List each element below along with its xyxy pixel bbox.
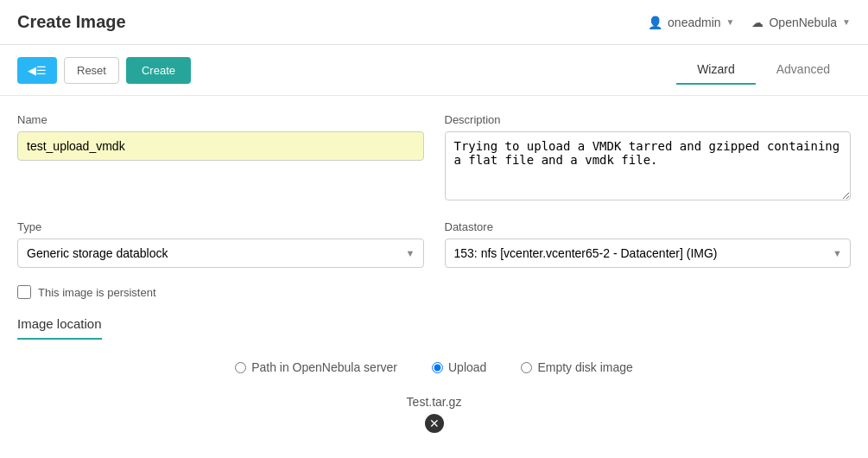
- type-label: Type: [17, 220, 424, 233]
- page-title: Create Image: [17, 12, 126, 32]
- datastore-group: Datastore 153: nfs [vcenter.vcenter65-2 …: [445, 220, 852, 268]
- radio-empty-label: Empty disk image: [537, 360, 632, 374]
- description-textarea[interactable]: Trying to upload a VMDK tarred and gzipp…: [445, 131, 852, 200]
- radio-upload-option[interactable]: Upload: [432, 360, 486, 374]
- radio-path-input[interactable]: [235, 362, 246, 373]
- radio-path-label: Path in OpenNebula server: [251, 360, 397, 374]
- radio-upload-label: Upload: [448, 360, 486, 374]
- type-select[interactable]: Generic storage datablock OS CDROM Swap …: [17, 239, 424, 268]
- datastore-select[interactable]: 153: nfs [vcenter.vcenter65-2 - Datacent…: [445, 239, 852, 268]
- create-button[interactable]: Create: [126, 57, 191, 84]
- datastore-select-wrapper: 153: nfs [vcenter.vcenter65-2 - Datacent…: [445, 239, 852, 268]
- username: oneadmin: [668, 16, 721, 29]
- radio-empty-option[interactable]: Empty disk image: [521, 360, 632, 374]
- type-datastore-row: Type Generic storage datablock OS CDROM …: [17, 220, 851, 268]
- back-list-icon: ◀☰: [28, 64, 47, 77]
- type-select-wrapper: Generic storage datablock OS CDROM Swap …: [17, 239, 424, 268]
- image-location-title: Image location: [17, 316, 102, 340]
- name-group: Name: [17, 113, 424, 203]
- name-input[interactable]: [17, 131, 424, 161]
- image-location-radio-group: Path in OpenNebula server Upload Empty d…: [17, 360, 851, 374]
- datastore-label: Datastore: [445, 220, 852, 233]
- remove-icon: ✕: [429, 417, 440, 430]
- upload-area: Test.tar.gz ✕: [17, 395, 851, 433]
- tab-advanced[interactable]: Advanced: [756, 55, 851, 85]
- upload-remove-button[interactable]: ✕: [425, 414, 444, 433]
- back-list-button[interactable]: ◀☰: [17, 57, 57, 84]
- persistent-label[interactable]: This image is persistent: [38, 286, 156, 299]
- name-label: Name: [17, 113, 424, 126]
- header: Create Image 👤 oneadmin ▼ ☁ OpenNebula ▼: [0, 0, 868, 45]
- user-chevron-icon: ▼: [726, 17, 735, 27]
- reset-button[interactable]: Reset: [64, 57, 119, 84]
- toolbar: ◀☰ Reset Create Wizard Advanced: [0, 45, 868, 96]
- cloud-chevron-icon: ▼: [842, 17, 851, 27]
- radio-path-option[interactable]: Path in OpenNebula server: [235, 360, 397, 374]
- description-label: Description: [445, 113, 852, 126]
- user-menu[interactable]: 👤 oneadmin ▼: [648, 16, 734, 29]
- cloud-icon: ☁: [751, 16, 763, 29]
- radio-empty-input[interactable]: [521, 362, 532, 373]
- name-description-row: Name Description Trying to upload a VMDK…: [17, 113, 851, 203]
- image-location-section: Image location Path in OpenNebula server…: [17, 316, 851, 433]
- user-icon: 👤: [648, 16, 662, 29]
- tab-group: Wizard Advanced: [676, 55, 851, 85]
- cloud-name: OpenNebula: [769, 16, 837, 29]
- tab-wizard[interactable]: Wizard: [676, 55, 756, 85]
- radio-upload-input[interactable]: [432, 362, 443, 373]
- header-right: 👤 oneadmin ▼ ☁ OpenNebula ▼: [648, 16, 851, 29]
- cloud-menu[interactable]: ☁ OpenNebula ▼: [751, 16, 851, 29]
- toolbar-left: ◀☰ Reset Create: [17, 57, 191, 84]
- upload-filename: Test.tar.gz: [407, 395, 462, 409]
- description-group: Description Trying to upload a VMDK tarr…: [445, 113, 852, 203]
- persistent-row: This image is persistent: [17, 285, 851, 299]
- main-content: Name Description Trying to upload a VMDK…: [0, 96, 868, 450]
- persistent-checkbox[interactable]: [17, 285, 31, 299]
- type-group: Type Generic storage datablock OS CDROM …: [17, 220, 424, 268]
